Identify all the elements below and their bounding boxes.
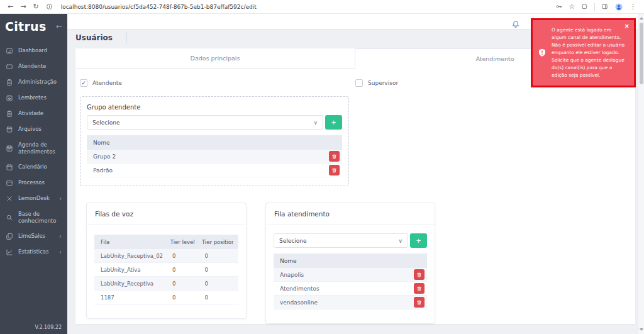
- address-bar[interactable]: localhost:8080/usuarios/cf5da452-748f-86…: [61, 4, 548, 10]
- shield-warning-icon: [537, 47, 547, 58]
- stats-icon: [6, 248, 13, 256]
- reload-icon[interactable]: ↻: [33, 3, 38, 10]
- back-icon[interactable]: ←: [8, 3, 13, 10]
- browser-toolbar: ← → ↻ localhost:8080/usuarios/cf5da452-7…: [0, 0, 644, 14]
- chevron-right-icon: ›: [59, 195, 62, 202]
- checkbox-unchecked-icon: [355, 79, 363, 87]
- search-icon: [6, 214, 13, 221]
- kebab-menu-icon[interactable]: ⋮: [630, 3, 636, 10]
- add-fila-button[interactable]: +: [410, 233, 427, 248]
- table-row: Padrão: [87, 164, 342, 177]
- add-grupo-button[interactable]: +: [325, 115, 342, 130]
- dashboard-icon: [6, 47, 13, 55]
- app-version: V.2.109.22: [0, 321, 67, 334]
- forward-icon[interactable]: →: [20, 3, 26, 10]
- filas-de-voz-title: Filas de voz: [87, 203, 246, 225]
- supervisor-checkbox-label: Supervisor: [368, 80, 398, 86]
- sidebar-item[interactable]: LemonDesk ›: [0, 191, 67, 206]
- bookmark-star-icon[interactable]: ☆: [569, 3, 575, 10]
- password-keys-icon[interactable]: [555, 3, 562, 10]
- column-tier-position: Tier position: [202, 239, 233, 245]
- sidebar-item[interactable]: Lembretes: [0, 90, 67, 106]
- extensions-icon[interactable]: [581, 3, 588, 10]
- close-icon[interactable]: ×: [625, 23, 630, 30]
- fila-atendimento-select[interactable]: Selecione ∨: [274, 233, 408, 248]
- column-nome: Nome: [280, 258, 421, 264]
- delete-button[interactable]: [414, 283, 425, 294]
- sidebar-item[interactable]: Atendente: [0, 58, 67, 74]
- sidebar-item[interactable]: Estatísticas ›: [0, 244, 67, 260]
- table-row: Anapolis: [274, 268, 427, 282]
- sidebar-item[interactable]: Arquivos: [0, 121, 67, 137]
- tab-dados-principais[interactable]: Dados principais: [75, 48, 355, 69]
- sidebar-item[interactable]: Base de conhecimento: [0, 206, 67, 228]
- reminder-icon: [6, 94, 13, 102]
- tools-icon: [6, 195, 13, 203]
- column-tier-level: Tier level: [170, 239, 202, 245]
- clipboard-icon: [6, 79, 13, 86]
- fila-atendimento-table: Nome Anapolis Atendimentos vendasonline: [274, 253, 427, 309]
- scroll-up-icon[interactable]: [640, 17, 643, 19]
- page-scrollbar[interactable]: [638, 14, 644, 334]
- delete-button[interactable]: [414, 297, 425, 308]
- table-header: Nome: [274, 253, 427, 268]
- column-nome: Nome: [93, 140, 336, 146]
- checkbox-checked-icon: ✓: [80, 79, 87, 87]
- sidebar-item[interactable]: Agenda de atendimentos: [0, 137, 67, 159]
- sidebar-item[interactable]: Processos: [0, 175, 67, 191]
- window-icon: [6, 179, 13, 187]
- chevron-right-icon: ›: [59, 248, 62, 255]
- sidebar-item[interactable]: Calendário: [0, 159, 67, 175]
- table-row: 1187 0 0: [94, 291, 238, 304]
- trash-icon: [331, 153, 337, 160]
- sidebar-item[interactable]: Administração: [0, 74, 67, 90]
- profile-avatar[interactable]: [614, 3, 623, 11]
- select-value: Selecione: [92, 120, 119, 126]
- sidebar-collapse-icon[interactable]: ←: [56, 22, 62, 31]
- sidebar: Citrus ← Dashboard Atendente Administraç…: [0, 14, 67, 334]
- column-fila: Fila: [101, 239, 170, 245]
- user-edit-card: Dados principais Atendimento ✓ Atendente…: [75, 48, 635, 324]
- notifications-bell-icon[interactable]: [511, 19, 521, 30]
- agenda-icon: [6, 145, 13, 152]
- delete-button[interactable]: [329, 165, 340, 175]
- breadcrumb-divider: [126, 32, 127, 43]
- grupo-atendente-panel: Grupo atendente Selecione ∨ + Nome: [80, 96, 349, 186]
- toast-message: O agente está logado em algum canal de a…: [552, 26, 630, 79]
- table-header: Fila Tier level Tier position: [94, 235, 238, 249]
- chevron-down-icon: ∨: [398, 238, 402, 244]
- app-logo: Citrus: [5, 19, 47, 33]
- table-row: Atendimentos: [274, 282, 427, 296]
- trash-icon: [416, 299, 422, 306]
- table-header: Nome: [87, 135, 342, 150]
- archive-icon: [6, 126, 13, 133]
- atendente-checkbox[interactable]: ✓ Atendente: [80, 79, 355, 87]
- side-panel-icon[interactable]: [601, 3, 608, 10]
- table-row: LabUnity_Receptiva 0 0: [94, 277, 238, 291]
- scrollbar-thumb[interactable]: [640, 23, 643, 84]
- trash-icon: [331, 167, 337, 174]
- sidebar-item[interactable]: Dashboard: [0, 43, 67, 58]
- delete-button[interactable]: [414, 269, 425, 280]
- grupo-atendente-table: Nome Grupo 2 Padrão: [87, 135, 342, 177]
- chevron-down-icon: ∨: [313, 120, 318, 126]
- scroll-down-icon[interactable]: [640, 328, 643, 331]
- table-row: vendasonline: [274, 296, 427, 309]
- page-title: Usuários: [75, 33, 113, 42]
- table-row: LabUnity_Ativa 0 0: [94, 263, 238, 277]
- sidebar-menu: Dashboard Atendente Administração Lembre…: [0, 40, 67, 260]
- delete-button[interactable]: [329, 151, 340, 162]
- trash-icon: [416, 272, 422, 278]
- clipboard-icon: [6, 110, 13, 118]
- fila-atendimento-title: Fila atendimento: [266, 203, 435, 225]
- fila-atendimento-card: Fila atendimento Selecione ∨ +: [265, 203, 435, 324]
- grupo-atendente-select[interactable]: Selecione ∨: [87, 115, 323, 130]
- sidebar-item[interactable]: Atividade: [0, 106, 67, 121]
- calendar-icon: [6, 164, 13, 171]
- filas-de-voz-card: Filas de voz Fila Tier level Tier positi…: [86, 203, 247, 319]
- grupo-atendente-title: Grupo atendente: [87, 104, 342, 111]
- sidebar-item[interactable]: LimeSales ›: [0, 228, 67, 244]
- filas-de-voz-table: Fila Tier level Tier position LabUnity_R…: [94, 235, 238, 304]
- error-toast: O agente está logado em algum canal de a…: [531, 18, 636, 87]
- site-info-icon[interactable]: [46, 3, 53, 10]
